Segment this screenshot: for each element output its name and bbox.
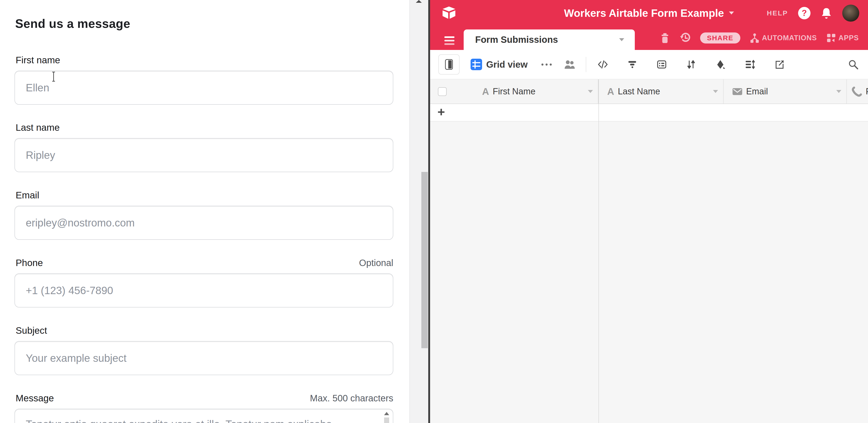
sort-icon	[686, 59, 696, 70]
field-subject: Subject	[14, 325, 393, 375]
search-button[interactable]	[846, 59, 860, 70]
message-label: Message	[16, 393, 54, 404]
grid-view-button[interactable]: Grid view	[471, 59, 528, 70]
hide-fields-button[interactable]	[596, 59, 610, 70]
subject-input[interactable]	[14, 341, 393, 375]
add-row[interactable]: +	[430, 104, 868, 122]
text-ibeam-cursor	[51, 71, 56, 82]
trash-icon	[660, 32, 670, 43]
last-name-input[interactable]	[14, 138, 393, 172]
view-name-label: Grid view	[486, 59, 528, 70]
help-question-icon[interactable]: ?	[798, 7, 810, 19]
table-tab-label: Form Submissions	[475, 34, 558, 45]
text-field-icon: A	[607, 86, 614, 97]
base-title-dropdown[interactable]: Workers Airtable Form Example	[564, 0, 734, 26]
field-last-name: Last name	[14, 122, 393, 172]
chevron-down-icon	[729, 11, 734, 14]
share-view-button[interactable]	[773, 59, 786, 70]
chevron-down-icon[interactable]	[588, 90, 593, 93]
trash-button[interactable]	[660, 32, 670, 43]
email-input[interactable]	[14, 206, 393, 240]
phone-input[interactable]	[14, 273, 393, 307]
automations-icon	[749, 33, 760, 43]
view-options-button[interactable]	[541, 63, 552, 66]
column-name: First Name	[493, 87, 535, 96]
history-button[interactable]	[679, 32, 691, 44]
group-button[interactable]	[655, 59, 669, 70]
column-name: Phone	[866, 87, 868, 96]
message-textarea[interactable]	[14, 409, 393, 423]
airtable-logo-icon[interactable]	[442, 5, 456, 20]
field-first-name: First name	[14, 55, 393, 105]
hamburger-menu-icon[interactable]	[444, 36, 455, 45]
column-header-email[interactable]: Email	[723, 80, 847, 103]
browser-scrollbar-track[interactable]	[409, 0, 428, 423]
filter-icon	[627, 59, 638, 70]
chevron-down-icon	[619, 38, 624, 41]
automations-button[interactable]: AUTOMATIONS	[749, 33, 817, 43]
subject-label: Subject	[16, 325, 47, 336]
text-field-icon: A	[482, 86, 489, 97]
row-height-icon	[745, 59, 755, 70]
avatar[interactable]	[842, 5, 859, 22]
apps-icon	[826, 33, 836, 43]
collaborators-button[interactable]	[564, 59, 576, 70]
panel-icon	[445, 59, 453, 70]
airtable-window: Workers Airtable Form Example HELP ? For…	[430, 0, 868, 423]
share-button[interactable]: SHARE	[700, 32, 740, 43]
column-header-first-name[interactable]: A First Name	[430, 80, 598, 103]
email-field-icon	[732, 88, 742, 95]
contact-form-pane: Send us a message First name Last name E…	[0, 0, 409, 423]
last-name-label: Last name	[16, 122, 60, 133]
phone-label: Phone	[16, 258, 43, 268]
color-icon	[715, 59, 726, 70]
message-max-chars-hint: Max. 500 characters	[310, 393, 393, 403]
column-header-last-name[interactable]: A Last Name	[598, 80, 723, 103]
view-sidebar-toggle-button[interactable]	[438, 54, 460, 74]
textarea-scrollbar[interactable]	[383, 412, 390, 423]
scrollbar-top-arrow-icon[interactable]	[416, 0, 422, 3]
bell-icon[interactable]	[820, 7, 832, 19]
grid-header-row: A First Name A Last Name Email	[430, 80, 868, 104]
select-all-checkbox[interactable]	[438, 87, 447, 96]
scrollbar-thumb[interactable]	[384, 418, 389, 423]
chevron-down-icon[interactable]	[713, 90, 718, 93]
field-email: Email	[14, 190, 393, 240]
field-message: Message Max. 500 characters	[14, 393, 393, 423]
field-phone: Phone Optional	[14, 258, 393, 307]
phone-optional-hint: Optional	[359, 258, 393, 268]
automations-label: AUTOMATIONS	[762, 34, 817, 42]
page-title: Send us a message	[15, 17, 130, 31]
help-button[interactable]: HELP	[767, 9, 788, 17]
airtable-tabbar: Form Submissions SHARE	[430, 26, 868, 50]
apps-label: APPS	[839, 34, 859, 42]
apps-button[interactable]: APPS	[826, 33, 859, 43]
history-icon	[679, 32, 691, 44]
column-name: Last Name	[618, 87, 660, 96]
grid-view-icon	[471, 59, 482, 70]
email-label: Email	[16, 190, 39, 201]
browser-scrollbar-thumb[interactable]	[421, 172, 428, 348]
sort-button[interactable]	[684, 59, 698, 70]
group-icon	[656, 59, 667, 70]
column-header-phone[interactable]: Phone	[847, 80, 868, 103]
row-height-button[interactable]	[743, 59, 757, 70]
frozen-column-divider[interactable]	[598, 80, 599, 423]
window-divider	[428, 0, 430, 423]
view-toolbar: Grid view	[430, 50, 868, 80]
toolbar-divider	[586, 57, 586, 72]
chevron-down-icon[interactable]	[836, 90, 841, 93]
column-name: Email	[746, 87, 768, 96]
first-name-label: First name	[16, 55, 60, 66]
base-title: Workers Airtable Form Example	[564, 7, 724, 19]
people-icon	[564, 59, 576, 70]
first-name-input[interactable]	[14, 71, 393, 105]
share-view-icon	[774, 59, 785, 70]
phone-field-icon	[851, 86, 862, 97]
scroll-up-arrow-icon[interactable]	[384, 412, 389, 415]
hide-fields-icon	[597, 59, 608, 70]
filter-button[interactable]	[625, 59, 639, 70]
airtable-topbar: Workers Airtable Form Example HELP ?	[430, 0, 868, 26]
tab-form-submissions[interactable]: Form Submissions	[464, 29, 635, 50]
color-button[interactable]	[714, 59, 727, 70]
